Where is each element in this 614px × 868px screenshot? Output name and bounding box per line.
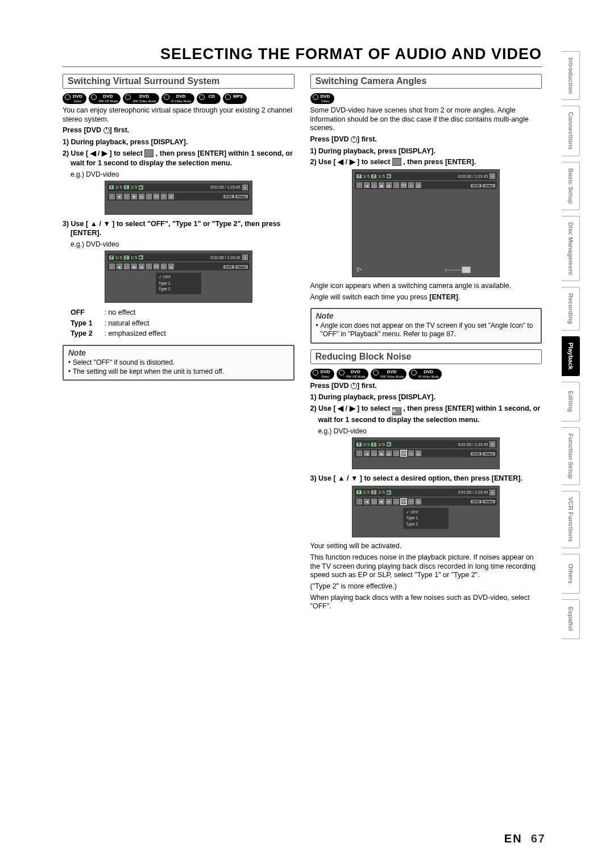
step-2: 2) Use [ ◀ / ▶ ] to select NR , then pre…: [310, 404, 542, 425]
media-badge: CD: [197, 93, 221, 104]
media-badge: DVD-RW VR Mode: [337, 369, 368, 379]
select-icon: [144, 149, 154, 157]
step-1: 1) During playback, press [DISPLAY].: [310, 147, 542, 156]
osd-preview: T1/ 5C1/ 5▸0:01:00 / 1:23:45● ♪◀▢▣▤♫NR⟳▥…: [105, 181, 252, 215]
side-tab[interactable]: Español: [562, 599, 580, 639]
badge-row: DVDVideo: [310, 93, 542, 104]
note-heading: Note: [68, 348, 289, 357]
media-badge: DVD-RW Video Mode: [371, 369, 406, 379]
left-column: Switching Virtual Surround System DVDVid…: [63, 74, 294, 614]
side-tab[interactable]: Recording: [562, 287, 580, 330]
side-tab[interactable]: Function Setup: [562, 427, 580, 485]
step-2: 2) Use [ ◀ / ▶ ] to select , then press …: [310, 157, 542, 167]
side-tab[interactable]: Introduction: [562, 51, 580, 100]
media-badge: DVD-RW Video Mode: [123, 93, 159, 104]
power-icon: [351, 383, 357, 389]
media-badge: DVD-R Video Mode: [161, 93, 194, 104]
after-text: This function reduces noise in the playb…: [310, 553, 542, 580]
step-3: 3) Use [ ▲ / ▼ ] to select a desired opt…: [310, 474, 542, 483]
after-text: ("Type 2" is more effective.): [310, 582, 542, 591]
after-text: Your setting will be activated.: [310, 542, 542, 551]
media-badge: DVD-RW VR Mode: [89, 93, 121, 104]
page-title: SELECTING THE FORMAT OF AUDIO AND VIDEO: [63, 45, 562, 63]
media-badge: DVD-R Video Mode: [409, 369, 442, 379]
nr-icon: NR: [392, 407, 401, 415]
step-2: 2) Use [ ◀ / ▶ ] to select , then press …: [63, 149, 294, 168]
side-tab[interactable]: Playback: [562, 336, 580, 376]
osd-preview-angle: T1/ 5C1/ 5▸0:01:00 / 1:23:45● ♪◀▢▣▤♫NR⟳▥…: [352, 169, 500, 277]
intro-text: Some DVD-video have scenes shot from 2 o…: [310, 106, 542, 133]
step-3: 3) Use [ ▲ / ▼ ] to select "OFF", "Type …: [63, 219, 294, 239]
footer-lang: EN: [504, 832, 522, 845]
page-footer: EN 67: [504, 832, 546, 845]
step-1: 1) During playback, press [DISPLAY].: [63, 137, 294, 147]
note-box: Note Angle icon does not appear on the T…: [310, 308, 542, 344]
side-tab[interactable]: Others: [562, 554, 580, 594]
angle-icon: [392, 158, 401, 166]
side-tab-strip: IntroductionConnectionsBasic SetupDisc M…: [562, 45, 580, 834]
side-tab[interactable]: Editing: [562, 382, 580, 422]
after-text: When playing back discs with a few noise…: [310, 594, 542, 611]
after-text: Angle will switch each time you press [E…: [310, 293, 542, 302]
press-first: Press [DVD ] first.: [310, 382, 542, 391]
note-box: Note Select "OFF" if sound is distorted.…: [63, 345, 294, 381]
section-heading-surround: Switching Virtual Surround System: [63, 74, 294, 89]
osd-preview: T1/ 5C1/ 5▸0:01:00 / 1:23:45● ♪◀▢▣▤♫NR⟳▥…: [352, 437, 500, 469]
footer-page: 67: [531, 832, 546, 845]
play-icon: ▷: [357, 266, 362, 272]
after-text: Angle icon appears when a switching came…: [310, 282, 542, 291]
camera-icon: [462, 266, 471, 273]
note-item: The setting will be kept when the unit i…: [68, 368, 289, 377]
media-badge: DVDVideo: [63, 93, 86, 104]
section-heading-angles: Switching Camera Angles: [310, 74, 542, 89]
press-first: Press [DVD ] first.: [63, 126, 294, 135]
note-item: Angle icon does not appear on the TV scr…: [316, 322, 537, 339]
side-tab[interactable]: Disc Management: [562, 216, 580, 282]
note-heading: Note: [316, 311, 537, 320]
example-label: e.g.) DVD-video: [63, 170, 294, 178]
badge-row: DVDVideoDVD-RW VR ModeDVD-RW Video ModeD…: [310, 369, 542, 379]
intro-text: You can enjoy stereophonic virtual space…: [63, 106, 294, 124]
side-tab[interactable]: Basic Setup: [562, 162, 580, 210]
side-tab[interactable]: VCR Functions: [562, 491, 580, 548]
media-badge: MP3: [223, 93, 247, 104]
step-1: 1) During playback, press [DISPLAY].: [310, 393, 542, 402]
title-rule: [63, 66, 542, 67]
right-column: Switching Camera Angles DVDVideo Some DV…: [310, 74, 542, 614]
definition-row: OFF : no effect: [70, 307, 294, 318]
side-tab[interactable]: Connections: [562, 106, 580, 156]
definition-row: Type 1 : natural effect: [70, 318, 294, 329]
media-badge: DVDVideo: [310, 93, 334, 104]
power-icon: [351, 136, 357, 143]
power-icon: [103, 127, 110, 133]
badge-row: DVDVideoDVD-RW VR ModeDVD-RW Video ModeD…: [63, 93, 294, 104]
page-content: SELECTING THE FORMAT OF AUDIO AND VIDEO …: [63, 45, 562, 834]
section-heading-noise: Reducing Block Noise: [310, 349, 542, 364]
osd-preview-menu: T1/ 5C1/ 5▸0:01:00 / 1:23:45● ♪◀▢▣▤♫NR⟳▥…: [352, 486, 500, 538]
media-badge: DVDVideo: [310, 369, 334, 379]
osd-preview-menu: T1/ 5C1/ 5▸0:01:00 / 1:23:45● ♪◀▢▣▤♫NR⟳▥…: [105, 251, 252, 303]
example-label: e.g.) DVD-video: [63, 240, 294, 248]
definition-list: OFF : no effectType 1 : natural effectTy…: [63, 307, 294, 339]
note-item: Select "OFF" if sound is distorted.: [68, 358, 289, 368]
example-label: e.g.) DVD-video: [310, 427, 542, 435]
press-first: Press [DVD ] first.: [310, 135, 542, 144]
definition-row: Type 2 : emphasized effect: [70, 328, 294, 339]
